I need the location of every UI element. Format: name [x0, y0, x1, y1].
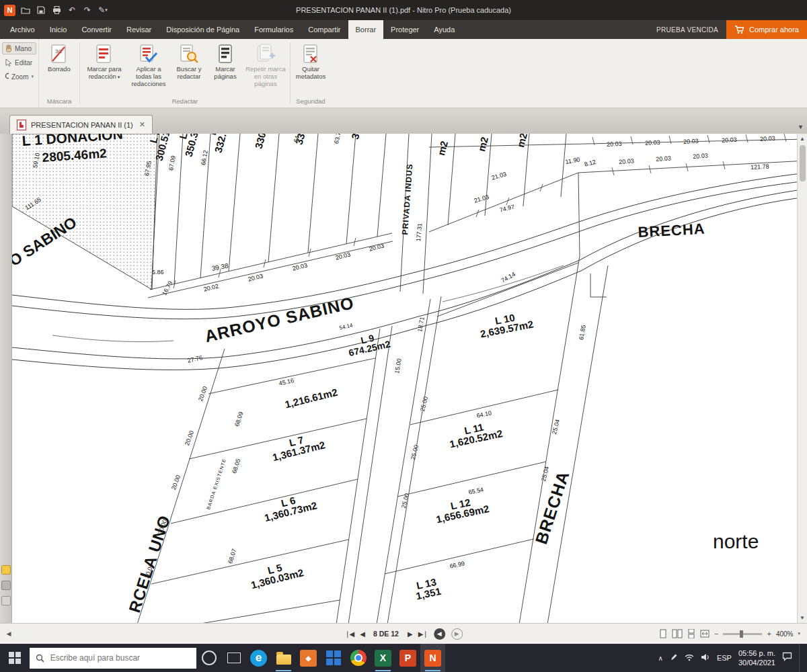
scrollbar-thumb[interactable]	[800, 145, 806, 181]
pen-tool-icon[interactable]: ✎▾	[98, 5, 108, 15]
marcar-paginas-button[interactable]: Marcar páginas	[208, 41, 243, 81]
task-view-icon	[227, 653, 241, 663]
close-icon[interactable]: ✕	[138, 120, 145, 129]
document-tab-strip: ▙ PRESENTACION PANAN II (1) ✕ ▼	[0, 108, 807, 134]
workspace: L 1 DONACIÓN2805.46m259.10111.65O SABINO…	[0, 134, 807, 623]
chevron-down-icon: ▾	[31, 74, 34, 79]
nitro-pro-window: N ↶ ↷ ✎▾ PRESENTACION PANAN II (1).pdf -…	[0, 0, 807, 672]
single-page-view-icon[interactable]	[659, 629, 667, 638]
task-view-button[interactable]	[221, 644, 246, 672]
print-icon[interactable]	[51, 5, 62, 15]
dimension-label: 20.03	[722, 137, 737, 144]
norte-label: norte	[713, 532, 759, 552]
taskbar-app-edge[interactable]: e	[246, 644, 271, 672]
zoom-slider-thumb[interactable]	[740, 630, 743, 638]
hscroll-left-icon[interactable]: ◀	[0, 630, 17, 637]
zoom-out-icon[interactable]: −	[714, 630, 718, 638]
quitar-metadatos-button[interactable]: Quitar metadatos	[293, 41, 328, 81]
brecha-label: BRECHA	[638, 222, 705, 241]
tab-disposicion[interactable]: Disposición de Página	[159, 20, 247, 39]
dimension-label: 20.03	[683, 138, 699, 145]
signature-panel-icon[interactable]	[1, 596, 11, 605]
borrado-button[interactable]: 3C Borrado	[42, 41, 77, 73]
tab-borrar[interactable]: Borrar	[348, 20, 384, 39]
buscar-redactar-button[interactable]: Buscar y redactar	[171, 41, 206, 81]
start-button[interactable]	[0, 644, 30, 672]
scroll-up-icon[interactable]: ▲	[798, 134, 807, 144]
first-page-icon[interactable]: ❘◀	[344, 630, 354, 638]
taskbar-app-office-orange[interactable]: ◆	[296, 644, 321, 672]
aplicar-redacciones-button[interactable]: Aplicar a todas las redacciones	[127, 41, 170, 88]
dimension-label: 20.03	[619, 158, 634, 165]
group-label-mascara: Máscara	[42, 96, 77, 108]
tab-inicio[interactable]: Inicio	[42, 20, 75, 39]
scroll-down-icon[interactable]: ▼	[798, 613, 807, 623]
taskbar-app-office-blue[interactable]	[321, 644, 346, 672]
dimension-label: 20.03	[693, 153, 708, 160]
taskbar-app-powerpoint[interactable]: P	[395, 644, 420, 672]
tab-revisar[interactable]: Revisar	[119, 20, 159, 39]
hand-tool-button[interactable]: Mano	[2, 42, 36, 54]
tab-convertir[interactable]: Convertir	[74, 20, 119, 39]
next-page-icon[interactable]: ▶	[408, 630, 412, 638]
previous-view-button[interactable]: ◀	[434, 628, 445, 640]
search-input[interactable]	[49, 653, 190, 663]
taskbar-search[interactable]	[30, 648, 196, 669]
tab-list-chevron-icon[interactable]: ▼	[798, 124, 804, 130]
vertical-scrollbar[interactable]: ▲ ▼	[797, 134, 807, 623]
repetir-marca-button: Repetir marca en otras páginas	[244, 41, 287, 88]
erase-icon: 3C	[50, 43, 68, 65]
speaker-icon[interactable]	[701, 652, 710, 664]
trial-area: PRUEBA VENCIDA Comprar ahora	[656, 20, 807, 39]
open-icon[interactable]	[20, 5, 31, 15]
zoom-tool-button[interactable]: Zoom ▾	[2, 71, 36, 83]
continuous-view-icon[interactable]	[687, 629, 695, 638]
chevron-down-icon[interactable]: ▾	[798, 631, 800, 636]
redo-icon[interactable]: ↷	[82, 5, 93, 15]
taskbar-app-nitro[interactable]: N	[420, 644, 445, 672]
dimension-label: 121.78	[751, 164, 769, 171]
tab-ayuda[interactable]: Ayuda	[426, 20, 462, 39]
cart-icon	[734, 26, 744, 34]
tab-compartir[interactable]: Compartir	[301, 20, 348, 39]
document-tab[interactable]: ▙ PRESENTACION PANAN II (1) ✕	[9, 115, 153, 134]
marcar-redaccion-button[interactable]: Marcar para redacción ▾	[83, 41, 126, 81]
edit-tool-button[interactable]: Editar	[2, 56, 36, 69]
last-page-icon[interactable]: ▶❘	[418, 630, 428, 638]
document-tab-label: PRESENTACION PANAN II (1)	[31, 121, 133, 129]
next-view-button[interactable]: ▶	[451, 628, 463, 640]
plat-map[interactable]: L 1 DONACIÓN2805.46m259.10111.65O SABINO…	[12, 134, 797, 623]
show-desktop-button[interactable]	[799, 644, 803, 672]
fit-width-view-icon[interactable]	[700, 629, 709, 638]
prev-page-icon[interactable]: ◀	[360, 630, 364, 638]
undo-icon[interactable]: ↶	[67, 5, 77, 15]
tab-archivo[interactable]: Archivo	[3, 20, 42, 39]
ribbon: Mano Editar Zoom ▾ 3C Borrado	[0, 39, 807, 108]
taskbar-app-explorer[interactable]	[271, 644, 296, 672]
wifi-icon[interactable]	[685, 652, 694, 664]
dimension-label: 20.03	[760, 136, 775, 142]
windows-start-icon	[9, 652, 21, 664]
tab-formularios[interactable]: Formularios	[247, 20, 301, 39]
taskbar-app-excel[interactable]: X	[371, 644, 395, 672]
pdf-file-icon: ▙	[17, 120, 26, 130]
action-center-icon[interactable]	[782, 652, 792, 664]
language-indicator[interactable]: ESP	[717, 654, 732, 662]
sticky-note-panel-icon[interactable]	[1, 565, 11, 575]
clock[interactable]: 05:56 p. m. 30/04/2021	[738, 648, 775, 668]
tray-expand-icon[interactable]: ∧	[658, 655, 663, 662]
cortana-button[interactable]	[196, 644, 221, 672]
zoom-slider[interactable]	[723, 633, 762, 635]
dimension-label: 20.03	[656, 155, 671, 163]
apply-redactions-icon	[139, 43, 158, 65]
attachments-panel-icon[interactable]	[1, 581, 11, 590]
taskbar-app-chrome[interactable]	[346, 644, 371, 672]
search-redact-icon	[180, 43, 198, 65]
zoom-in-icon[interactable]: +	[767, 630, 771, 638]
save-icon[interactable]	[36, 5, 46, 15]
buy-now-button[interactable]: Comprar ahora	[726, 20, 807, 39]
pen-icon[interactable]	[670, 652, 678, 664]
windows-taskbar: e ◆ X P N ∧ ESP 05:56 p. m. 30/04/2021	[0, 644, 807, 672]
facing-pages-view-icon[interactable]	[672, 629, 683, 638]
tab-proteger[interactable]: Proteger	[383, 20, 426, 39]
